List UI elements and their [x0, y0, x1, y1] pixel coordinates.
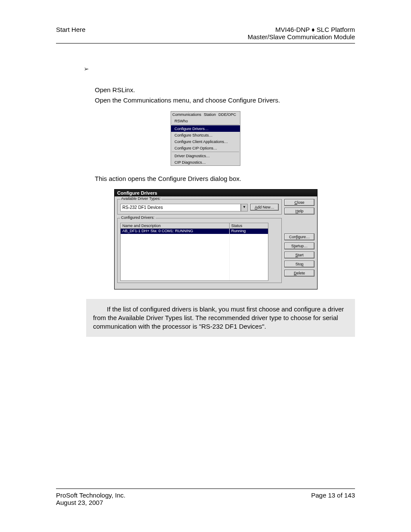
- table-row: [121, 249, 268, 255]
- page-footer: ProSoft Technology, Inc. August 23, 2007…: [56, 488, 355, 506]
- start-button[interactable]: Start: [284, 252, 314, 258]
- dialog-title: Configure Drivers: [115, 190, 317, 196]
- drivers-table[interactable]: Name and Description Status AB_DF1-1 DH+…: [120, 223, 268, 281]
- menu-item-cip-diagnostics[interactable]: CIP Diagnostics…: [171, 159, 240, 165]
- page-header: Start Here MVI46-DNP ♦ SLC Platform Mast…: [56, 26, 355, 44]
- communications-menu: Communications Station DDE/OPC RSWho Con…: [171, 111, 240, 166]
- table-row: [121, 234, 268, 239]
- configure-button[interactable]: Configure…: [284, 233, 314, 240]
- menu-bar: Communications Station DDE/OPC: [171, 112, 240, 118]
- menu-separator: [172, 124, 239, 125]
- table-row: [121, 270, 268, 275]
- table-header: Name and Description Status: [121, 223, 268, 229]
- help-button[interactable]: Help: [284, 208, 314, 215]
- driver-types-combo[interactable]: ▼: [120, 204, 248, 212]
- table-row: [121, 260, 268, 265]
- footer-company: ProSoft Technology, Inc.: [56, 492, 125, 499]
- step-text: Open RSLinx. Open the Communications men…: [95, 86, 355, 104]
- step-line-2: Open the Communications menu, and choose…: [95, 96, 355, 105]
- header-right-line1: MVI46-DNP ♦ SLC Platform: [248, 26, 355, 33]
- configure-drivers-dialog: Configure Drivers Available Driver Types…: [114, 189, 318, 289]
- table-row: [121, 239, 268, 244]
- col-status: Status: [230, 223, 268, 228]
- mid-text-line: This action opens the Configure Drivers …: [95, 174, 355, 183]
- col-name: Name and Description: [121, 223, 230, 228]
- footer-date: August 23, 2007: [56, 499, 125, 506]
- header-right-line2: Master/Slave Communication Module: [248, 33, 355, 40]
- menu-separator: [172, 152, 239, 152]
- header-left: Start Here: [56, 26, 85, 40]
- startup-button[interactable]: Startup…: [284, 243, 314, 249]
- arrow-icon: ➢: [84, 65, 89, 72]
- table-row[interactable]: AB_DF1-1 DH+ Sta: 0 COM1: RUNNING Runnin…: [121, 229, 268, 234]
- table-row: [121, 244, 268, 249]
- stop-button[interactable]: Stop: [284, 261, 314, 268]
- menu-item-configure-shortcuts[interactable]: Configure Shortcuts…: [171, 132, 240, 138]
- step-line-1: Open RSLinx.: [95, 86, 355, 94]
- delete-button[interactable]: Delete: [284, 270, 314, 277]
- driver-types-input[interactable]: [120, 204, 241, 212]
- row-status: Running: [230, 229, 268, 234]
- footer-page: Page 13 of 143: [311, 492, 355, 506]
- table-row: [121, 255, 268, 260]
- menu-dropdown: RSWho Configure Drivers… Configure Short…: [171, 118, 240, 165]
- table-row: [121, 275, 268, 280]
- menu-bar-ddeopc[interactable]: DDE/OPC: [217, 112, 237, 118]
- menu-item-configure-drivers[interactable]: Configure Drivers…: [171, 125, 240, 132]
- note-text: If the list of configured drivers is bla…: [93, 305, 344, 330]
- menu-item-rswho[interactable]: RSWho: [171, 118, 240, 124]
- available-driver-types-label: Available Driver Types:: [120, 196, 162, 201]
- step-bullet: ➢: [84, 65, 355, 73]
- row-name: AB_DF1-1 DH+ Sta: 0 COM1: RUNNING: [121, 229, 230, 234]
- chevron-down-icon[interactable]: ▼: [241, 204, 248, 212]
- mid-text: This action opens the Configure Drivers …: [95, 174, 355, 183]
- note-box: If the list of configured drivers is bla…: [86, 299, 355, 337]
- table-row: [121, 265, 268, 270]
- menu-item-driver-diagnostics[interactable]: Driver Diagnostics…: [171, 152, 240, 159]
- add-new-label: dd New…: [257, 205, 274, 209]
- menu-bar-communications[interactable]: Communications: [171, 112, 202, 118]
- available-driver-types-group: Available Driver Types: ▼ Add New…: [117, 199, 282, 215]
- menu-item-configure-client-apps[interactable]: Configure Client Applications…: [171, 138, 240, 145]
- configured-drivers-group: Configured Drivers: Name and Description…: [117, 218, 282, 283]
- menu-bar-station[interactable]: Station: [202, 112, 217, 118]
- configured-drivers-label: Configured Drivers:: [120, 215, 156, 220]
- add-new-button[interactable]: Add New…: [250, 204, 279, 211]
- header-right: MVI46-DNP ♦ SLC Platform Master/Slave Co…: [248, 26, 355, 40]
- menu-item-configure-cip[interactable]: Configure CIP Options…: [171, 145, 240, 151]
- close-button[interactable]: Close: [284, 199, 314, 206]
